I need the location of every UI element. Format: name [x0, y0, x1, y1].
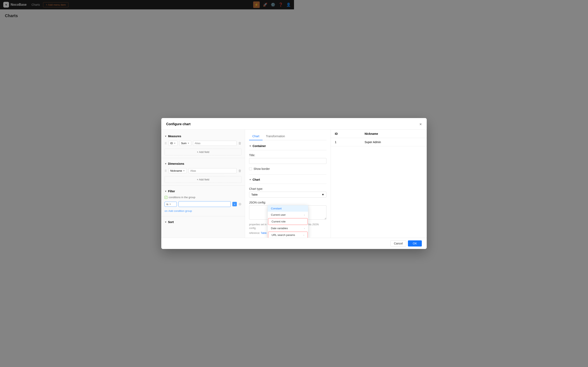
dimensions-field-chevron-icon: ▼	[183, 170, 185, 172]
measures-agg-select[interactable]: Sum ▼	[179, 141, 191, 146]
dimensions-chevron-icon: ▼	[164, 162, 167, 165]
tab-chart[interactable]: Chart	[249, 133, 263, 140]
measures-alias-input[interactable]	[193, 141, 237, 146]
chart-tabs: Chart Transformation	[249, 133, 294, 140]
measures-field-chevron-icon: ▼	[174, 142, 176, 144]
chart-config-label: Chart	[252, 178, 260, 181]
modal-overlay: Configure chart × ▼ Measures ☰ ID ▼	[0, 0, 294, 184]
dimensions-field-value: Nickname	[170, 169, 182, 172]
show-border-checkbox[interactable]	[249, 167, 252, 170]
measures-field-row: ☰ ID ▼ Sum ▼ 🗑	[161, 140, 245, 147]
section-divider-mid	[249, 175, 294, 175]
modal-title: Configure chart	[166, 122, 190, 126]
measures-add-field-button[interactable]: + Add field	[164, 149, 242, 155]
modal-body: ▼ Measures ☰ ID ▼ Sum ▼ 🗑 + Add	[161, 130, 294, 184]
container-chevron-icon: ▼	[249, 145, 251, 147]
dimensions-delete-button[interactable]: 🗑	[238, 169, 242, 173]
dimensions-alias-input[interactable]	[189, 168, 237, 173]
measures-chevron-icon: ▼	[164, 135, 167, 137]
drag-handle-icon[interactable]: ☰	[164, 142, 167, 145]
show-border-label: Show border	[254, 167, 270, 170]
container-section-header: ▼ Container	[249, 144, 294, 150]
tab-transformation[interactable]: Transformation	[263, 133, 288, 140]
measures-agg-value: Sum	[181, 142, 187, 145]
measures-field-select[interactable]: ID ▼	[168, 141, 178, 146]
middle-config-panel: Chart Transformation ▼ Container Title: …	[245, 130, 294, 184]
title-input[interactable]	[249, 158, 294, 164]
container-label: Container	[252, 144, 266, 148]
dimensions-label: Dimensions	[168, 162, 184, 165]
modal-header: Configure chart ×	[161, 118, 294, 130]
divider-1	[161, 158, 245, 158]
left-config-panel: ▼ Measures ☰ ID ▼ Sum ▼ 🗑 + Add	[161, 130, 245, 184]
dimensions-field-select[interactable]: Nickname ▼	[168, 168, 187, 173]
chart-config-section-header: ▼ Chart	[249, 178, 294, 184]
title-field-label: Title:	[249, 154, 294, 157]
measures-section-header[interactable]: ▼ Measures	[161, 133, 245, 140]
dimensions-section-header[interactable]: ▼ Dimensions	[161, 160, 245, 167]
measures-label: Measures	[168, 134, 181, 138]
measures-field-value: ID	[170, 142, 173, 145]
measures-agg-chevron-icon: ▼	[187, 142, 190, 144]
show-border-row: Show border	[249, 167, 294, 170]
dimensions-field-row: ☰ Nickname ▼ 🗑	[161, 167, 245, 175]
dimensions-add-field-button[interactable]: + Add field	[164, 176, 242, 183]
measures-delete-button[interactable]: 🗑	[238, 142, 242, 145]
dimensions-drag-handle-icon[interactable]: ☰	[164, 169, 167, 172]
chart-config-chevron-icon: ▼	[249, 178, 251, 181]
configure-chart-modal: Configure chart × ▼ Measures ☰ ID ▼	[161, 118, 294, 184]
